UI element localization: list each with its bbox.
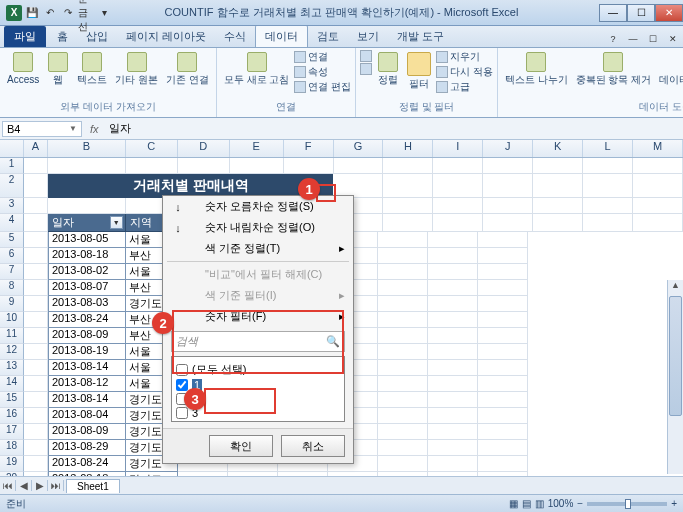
cell[interactable] bbox=[24, 174, 48, 198]
cell[interactable] bbox=[483, 158, 533, 174]
cell[interactable] bbox=[378, 440, 428, 456]
cell[interactable] bbox=[428, 376, 478, 392]
cell-date[interactable]: 2013-08-18 bbox=[48, 248, 126, 264]
col-header[interactable]: M bbox=[633, 140, 683, 157]
col-header[interactable]: J bbox=[483, 140, 533, 157]
cell[interactable] bbox=[533, 158, 583, 174]
sort-asc-item[interactable]: ↓숫자 오름차순 정렬(S) bbox=[163, 196, 353, 217]
cell[interactable] bbox=[428, 456, 478, 472]
row-header[interactable]: 8 bbox=[0, 280, 24, 296]
sort-desc-item[interactable]: ↓숫자 내림차순 정렬(O) bbox=[163, 217, 353, 238]
cell[interactable] bbox=[24, 312, 48, 328]
cell[interactable] bbox=[24, 344, 48, 360]
cell[interactable] bbox=[378, 232, 428, 248]
cell[interactable] bbox=[633, 198, 683, 214]
cell[interactable] bbox=[533, 198, 583, 214]
tab-review[interactable]: 검토 bbox=[308, 26, 348, 47]
zoom-level[interactable]: 100% bbox=[548, 498, 574, 509]
cell[interactable] bbox=[24, 248, 48, 264]
qat-dropdown-icon[interactable]: ▾ bbox=[96, 5, 112, 21]
cell[interactable] bbox=[478, 360, 528, 376]
tab-developer[interactable]: 개발 도구 bbox=[388, 26, 453, 47]
text-to-columns-button[interactable]: 텍스트 나누기 bbox=[502, 50, 571, 87]
cell[interactable] bbox=[24, 376, 48, 392]
cell[interactable] bbox=[378, 328, 428, 344]
redo-icon[interactable]: ↷ bbox=[60, 5, 76, 21]
cell-date[interactable]: 2013-08-24 bbox=[48, 456, 126, 472]
cell[interactable] bbox=[383, 198, 433, 214]
cell-date[interactable]: 2013-08-14 bbox=[48, 360, 126, 376]
sort-by-color-item[interactable]: 색 기준 정렬(T)▸ bbox=[163, 238, 353, 259]
row-header[interactable]: 12 bbox=[0, 344, 24, 360]
cell[interactable] bbox=[378, 312, 428, 328]
cell[interactable] bbox=[533, 214, 583, 232]
cell[interactable] bbox=[478, 328, 528, 344]
cell[interactable] bbox=[428, 312, 478, 328]
cell[interactable] bbox=[24, 440, 48, 456]
cell[interactable] bbox=[483, 174, 533, 198]
row-header[interactable]: 7 bbox=[0, 264, 24, 280]
row-header[interactable]: 15 bbox=[0, 392, 24, 408]
cell-date[interactable]: 2013-08-19 bbox=[48, 344, 126, 360]
cell[interactable] bbox=[334, 158, 384, 174]
row-header[interactable]: 13 bbox=[0, 360, 24, 376]
cell[interactable] bbox=[478, 440, 528, 456]
from-text-button[interactable]: 텍스트 bbox=[74, 50, 110, 87]
help-icon[interactable]: ? bbox=[603, 31, 623, 47]
cell[interactable] bbox=[24, 456, 48, 472]
from-access-button[interactable]: Access bbox=[4, 50, 42, 87]
cell[interactable] bbox=[24, 408, 48, 424]
col-header[interactable]: F bbox=[284, 140, 334, 157]
row-header[interactable]: 9 bbox=[0, 296, 24, 312]
row-header[interactable]: 2 bbox=[0, 174, 24, 198]
col-header[interactable]: K bbox=[533, 140, 583, 157]
col-header[interactable]: I bbox=[433, 140, 483, 157]
cell[interactable] bbox=[383, 158, 433, 174]
cell[interactable] bbox=[428, 440, 478, 456]
cell[interactable] bbox=[428, 328, 478, 344]
cell[interactable] bbox=[478, 408, 528, 424]
cell[interactable] bbox=[478, 296, 528, 312]
cell[interactable] bbox=[478, 456, 528, 472]
row-header[interactable]: 10 bbox=[0, 312, 24, 328]
cell[interactable] bbox=[24, 392, 48, 408]
clear-filter-button[interactable]: 지우기 bbox=[436, 50, 493, 64]
cell[interactable] bbox=[24, 280, 48, 296]
cell[interactable] bbox=[483, 214, 533, 232]
cell-date[interactable]: 2013-08-03 bbox=[48, 296, 126, 312]
cell[interactable] bbox=[378, 344, 428, 360]
sort-desc-button[interactable] bbox=[360, 63, 372, 75]
row-header[interactable]: 1 bbox=[0, 158, 24, 174]
cell[interactable] bbox=[378, 280, 428, 296]
filter-search-input[interactable]: 검색 🔍 bbox=[171, 331, 345, 352]
row-header[interactable]: 16 bbox=[0, 408, 24, 424]
filter-dropdown-button[interactable]: ▼ bbox=[110, 216, 123, 229]
remove-duplicates-button[interactable]: 중복된 항목 제거 bbox=[573, 50, 655, 87]
fx-icon[interactable]: fx bbox=[84, 123, 105, 135]
row-header[interactable]: 3 bbox=[0, 198, 24, 214]
cell[interactable] bbox=[24, 232, 48, 248]
cancel-button[interactable]: 취소 bbox=[281, 435, 345, 457]
cell-date[interactable]: 2013-08-05 bbox=[48, 232, 126, 248]
row-header[interactable]: 4 bbox=[0, 214, 24, 232]
cell[interactable] bbox=[378, 264, 428, 280]
cell[interactable] bbox=[478, 312, 528, 328]
cell[interactable] bbox=[428, 248, 478, 264]
cell[interactable] bbox=[178, 158, 230, 174]
cell[interactable] bbox=[533, 174, 583, 198]
cell[interactable] bbox=[478, 424, 528, 440]
cell[interactable] bbox=[433, 174, 483, 198]
tab-data[interactable]: 데이터 bbox=[255, 25, 308, 47]
col-header[interactable]: D bbox=[178, 140, 230, 157]
minimize-button[interactable]: — bbox=[599, 4, 627, 22]
cell[interactable] bbox=[478, 248, 528, 264]
col-header[interactable]: B bbox=[48, 140, 126, 157]
cell[interactable] bbox=[483, 198, 533, 214]
cell-date[interactable]: 2013-08-24 bbox=[48, 312, 126, 328]
view-pagebreak-icon[interactable]: ▥ bbox=[535, 498, 544, 509]
row-header[interactable]: 18 bbox=[0, 440, 24, 456]
row-header[interactable]: 17 bbox=[0, 424, 24, 440]
vertical-scrollbar[interactable]: ▲ bbox=[667, 280, 683, 474]
cell-date[interactable]: 2013-08-29 bbox=[48, 440, 126, 456]
cell[interactable] bbox=[428, 296, 478, 312]
